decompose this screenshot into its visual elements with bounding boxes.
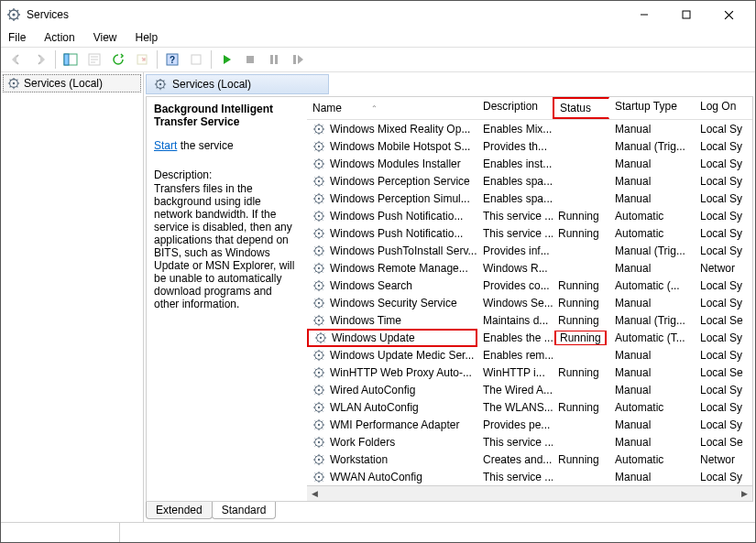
- table-row[interactable]: WMI Performance AdapterProvides pe...Man…: [307, 416, 752, 433]
- menu-view[interactable]: View: [92, 30, 119, 45]
- cell-logon: Local Sy: [695, 191, 746, 206]
- table-row[interactable]: Windows SearchProvides co...RunningAutom…: [307, 277, 752, 294]
- forward-button[interactable]: [29, 49, 51, 70]
- table-row[interactable]: Windows Push Notificatio...This service …: [307, 207, 752, 224]
- pause-service-button[interactable]: [263, 49, 285, 70]
- start-service-button[interactable]: [215, 49, 237, 70]
- cell-startup-type: Manual: [609, 348, 695, 363]
- content-area: Services (Local) Services (Local) Backgr…: [1, 72, 755, 522]
- table-row[interactable]: Windows Mobile Hotspot S...Provides th..…: [307, 137, 752, 155]
- menu-file[interactable]: File: [6, 30, 27, 45]
- table-row[interactable]: Windows PushToInstall Serv...Provides in…: [307, 242, 752, 259]
- gear-icon: [154, 78, 167, 91]
- table-row[interactable]: WinHTTP Web Proxy Auto-...WinHTTP i...Ru…: [307, 364, 752, 381]
- svg-point-57: [318, 458, 320, 460]
- cell-startup-type: Manual: [609, 383, 695, 397]
- cell-status: Running: [553, 400, 609, 415]
- pane-header: Services (Local): [146, 74, 329, 94]
- cell-description: Enables spa...: [477, 174, 553, 189]
- column-status[interactable]: Status: [553, 97, 609, 119]
- table-row[interactable]: Windows Perception ServiceEnables spa...…: [307, 172, 752, 190]
- cell-name: Windows Push Notificatio...: [307, 226, 477, 241]
- menu-action[interactable]: Action: [42, 30, 76, 45]
- description-label: Description:: [154, 168, 300, 181]
- toolbar-sep: [55, 50, 56, 69]
- cell-name: Windows Perception Simul...: [307, 191, 477, 206]
- table-row[interactable]: Windows UpdateEnables the ...RunningAuto…: [307, 329, 752, 346]
- column-startup-type[interactable]: Startup Type: [609, 97, 695, 119]
- start-service-link[interactable]: Start: [154, 139, 177, 152]
- close-button[interactable]: [707, 1, 750, 28]
- window-title: Services: [27, 8, 623, 21]
- properties-button[interactable]: [83, 49, 105, 70]
- table-row[interactable]: Work FoldersThis service ...ManualLocal …: [307, 433, 752, 451]
- column-name[interactable]: Name⌃: [307, 97, 477, 119]
- gear-icon: [312, 262, 325, 275]
- horizontal-scrollbar[interactable]: ◀ ▶: [307, 485, 752, 501]
- cell-description: This service ...: [477, 226, 553, 241]
- column-logon[interactable]: Log On: [695, 97, 746, 119]
- tab-standard[interactable]: Standard: [212, 502, 277, 519]
- tree-item-services-local[interactable]: Services (Local): [3, 74, 141, 92]
- minimize-button[interactable]: [623, 1, 665, 28]
- maximize-button[interactable]: [665, 1, 707, 28]
- table-row[interactable]: Windows Update Medic Ser...Enables rem..…: [307, 346, 752, 364]
- cell-status: [553, 180, 609, 182]
- tree-pane: Services (Local): [1, 72, 144, 522]
- table-row[interactable]: Wired AutoConfigThe Wired A...ManualLoca…: [307, 381, 752, 398]
- table-row[interactable]: Windows TimeMaintains d...RunningManual …: [307, 311, 752, 329]
- gear-icon: [312, 244, 325, 257]
- table-row[interactable]: Windows Remote Manage...Windows R...Manu…: [307, 259, 752, 277]
- cell-status: [553, 146, 609, 147]
- statusbar: [1, 522, 755, 542]
- help-topics-button[interactable]: [185, 49, 207, 70]
- table-row[interactable]: Windows Push Notificatio...This service …: [307, 224, 752, 242]
- cell-startup-type: Manual: [609, 174, 695, 189]
- cell-name: Work Folders: [307, 435, 477, 450]
- list-rows: Windows Mixed Reality Op...Enables Mix..…: [307, 120, 752, 485]
- cell-status: Running: [553, 278, 609, 293]
- pane-header-label: Services (Local): [172, 78, 251, 91]
- column-description[interactable]: Description: [477, 97, 553, 119]
- table-row[interactable]: Windows Modules InstallerEnables inst...…: [307, 155, 752, 172]
- table-row[interactable]: WWAN AutoConfigThis service ...ManualLoc…: [307, 468, 752, 485]
- cell-name: Windows Push Notificatio...: [307, 209, 477, 223]
- gear-icon: [312, 227, 325, 240]
- cell-startup-type: Manual: [609, 418, 695, 432]
- table-row[interactable]: WLAN AutoConfigThe WLANS...RunningAutoma…: [307, 398, 752, 416]
- back-button[interactable]: [5, 49, 27, 70]
- cell-status: [553, 441, 609, 443]
- table-row[interactable]: Windows Mixed Reality Op...Enables Mix..…: [307, 120, 752, 137]
- table-row[interactable]: WorkstationCreates and...RunningAutomati…: [307, 451, 752, 468]
- scroll-left-icon[interactable]: ◀: [307, 487, 323, 501]
- refresh-button[interactable]: [107, 49, 129, 70]
- table-row[interactable]: Windows Perception Simul...Enables spa..…: [307, 190, 752, 207]
- restart-service-button[interactable]: [287, 49, 309, 70]
- cell-description: Provides co...: [477, 278, 553, 293]
- help-button[interactable]: ?: [161, 49, 183, 70]
- svg-rect-13: [293, 55, 296, 64]
- cell-name: Windows Search: [307, 278, 477, 293]
- start-service-line: Start the service: [154, 139, 300, 152]
- cell-logon: Local Sy: [695, 122, 746, 136]
- svg-point-45: [318, 353, 320, 355]
- stop-service-button[interactable]: [239, 49, 261, 70]
- cell-status: [553, 198, 609, 200]
- cell-logon: Local Sy: [695, 383, 746, 397]
- svg-point-59: [318, 475, 320, 477]
- svg-point-37: [318, 284, 320, 286]
- scroll-right-icon[interactable]: ▶: [737, 487, 752, 501]
- cell-startup-type: Manual (Trig...: [609, 244, 695, 258]
- menu-help[interactable]: Help: [134, 30, 160, 45]
- cell-name: Windows Security Service: [307, 296, 477, 310]
- svg-point-15: [13, 82, 15, 84]
- export-button[interactable]: [131, 49, 153, 70]
- tab-extended[interactable]: Extended: [146, 502, 213, 519]
- table-row[interactable]: Windows Security ServiceWindows Se...Run…: [307, 294, 752, 311]
- svg-rect-9: [192, 55, 201, 64]
- cell-name: WinHTTP Web Proxy Auto-...: [307, 365, 477, 380]
- cell-status: [553, 163, 609, 165]
- cell-logon: Local Sy: [695, 226, 746, 241]
- svg-point-51: [318, 406, 320, 407]
- show-hide-tree-button[interactable]: [60, 49, 82, 70]
